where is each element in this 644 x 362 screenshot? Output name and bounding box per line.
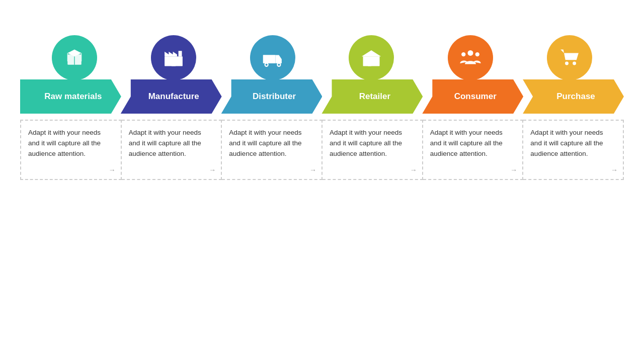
arrow-segment-3: Retailer	[321, 79, 423, 114]
svg-rect-21	[368, 59, 371, 66]
arrow-bar: Raw materialsManufactureDistributerRetai…	[20, 79, 624, 114]
icon-circle-0	[52, 35, 97, 80]
descriptions-row: Adapt it with your needs and it will cap…	[20, 120, 624, 180]
svg-marker-13	[275, 55, 281, 64]
svg-point-25	[461, 52, 465, 56]
svg-rect-7	[170, 58, 173, 61]
svg-rect-11	[179, 51, 182, 56]
arrow-segment-5: Purchase	[523, 79, 624, 114]
desc-item-2: Adapt it with your needs and it will cap…	[222, 120, 323, 180]
svg-point-24	[467, 50, 473, 56]
svg-point-15	[265, 64, 267, 66]
icon-circle-1	[151, 35, 196, 80]
page: Raw materialsManufactureDistributerRetai…	[0, 0, 644, 362]
svg-rect-22	[373, 59, 378, 64]
arrow-segment-1: Manufacture	[121, 79, 222, 114]
svg-rect-6	[166, 58, 169, 61]
icon-circle-5	[547, 35, 592, 80]
svg-rect-8	[174, 58, 177, 61]
svg-point-26	[475, 52, 479, 56]
svg-marker-10	[165, 52, 177, 57]
arrow-segment-2: Distributer	[221, 79, 323, 114]
arrow-segment-0: Raw materials	[20, 79, 121, 114]
arrow-segment-4: Consumer	[422, 79, 523, 114]
svg-point-17	[278, 64, 280, 66]
svg-rect-23	[364, 58, 367, 62]
icon-circle-2	[250, 35, 295, 80]
svg-rect-12	[263, 55, 275, 64]
svg-rect-18	[263, 55, 275, 56]
svg-point-27	[565, 62, 569, 65]
desc-item-3: Adapt it with your needs and it will cap…	[323, 120, 423, 180]
desc-item-0: Adapt it with your needs and it will cap…	[20, 120, 122, 180]
desc-item-5: Adapt it with your needs and it will cap…	[523, 120, 624, 180]
icons-row	[20, 35, 624, 80]
svg-point-28	[573, 62, 576, 65]
svg-rect-9	[172, 62, 176, 66]
svg-marker-20	[362, 50, 381, 56]
desc-item-1: Adapt it with your needs and it will cap…	[122, 120, 222, 180]
desc-item-4: Adapt it with your needs and it will cap…	[423, 120, 524, 180]
icon-circle-4	[448, 35, 493, 80]
icon-circle-3	[349, 35, 394, 80]
